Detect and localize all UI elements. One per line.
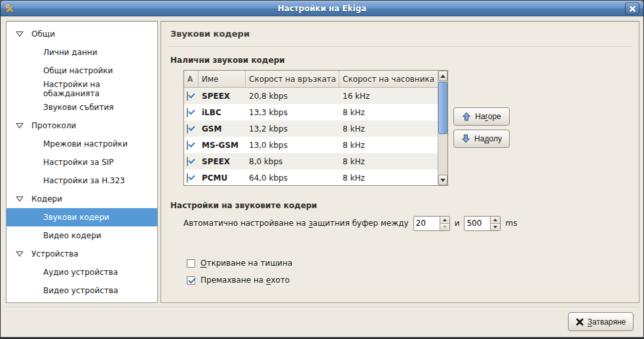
page-title: Звукови кодери	[170, 29, 250, 39]
move-down-label: Надолу	[474, 134, 502, 143]
sidebar-item-audio-devices[interactable]: Аудио устройства	[7, 263, 157, 281]
settings-section-title: Настройки на звуковите кодери	[170, 201, 317, 210]
echo-cancellation-label: Премахване на ехото	[200, 276, 290, 285]
codec-enabled-checkbox[interactable]	[187, 157, 188, 166]
spin-down-button[interactable]	[491, 223, 500, 230]
codec-clockrate: 8 kHz	[339, 157, 438, 166]
jitter-buffer-label: Автоматично настройване на защитния буфе…	[183, 219, 409, 228]
codec-enabled-checkbox[interactable]	[187, 173, 188, 183]
echo-cancellation-checkbox[interactable]	[187, 276, 195, 285]
jitter-buffer-row: Автоматично настройване на защитния буфе…	[183, 215, 517, 231]
buffer-min-spinbox	[413, 216, 450, 231]
sidebar-item-label: Видео устройства	[43, 286, 118, 295]
codec-name: MS-GSM	[199, 141, 246, 150]
sidebar-item-sip-settings[interactable]: Настройки за SIP	[7, 153, 157, 171]
sidebar-item-audio-codecs[interactable]: Звукови кодери	[7, 208, 157, 226]
spinner-buttons	[440, 217, 449, 230]
codecs-section-title: Налични звукови кодери	[170, 56, 285, 65]
audio-codecs-page: Звукови кодери Налични звукови кодери А …	[161, 21, 639, 303]
close-button-label: Затваряне	[588, 317, 626, 327]
codec-clockrate: 16 kHz	[339, 92, 438, 101]
spin-down-button[interactable]	[440, 223, 449, 230]
sidebar-item-label: Настройки на обажданията	[43, 80, 157, 98]
arrow-up-icon	[462, 112, 471, 121]
sidebar-item-label: Лични данни	[43, 48, 98, 57]
codec-enabled-checkbox[interactable]	[187, 124, 188, 134]
expander-icon[interactable]	[16, 251, 24, 257]
sidebar-item-label: Звукови кодери	[43, 213, 109, 222]
sidebar-item-codecs[interactable]: Кодери	[7, 190, 157, 208]
close-button[interactable]: Затваряне	[568, 312, 634, 331]
sidebar-item-label: Звукови събития	[43, 103, 113, 112]
buffer-min-input[interactable]	[414, 217, 440, 230]
codec-clockrate: 8 kHz	[339, 141, 438, 150]
echo-cancellation-option[interactable]: Премахване на ехото	[187, 276, 290, 285]
silence-detection-checkbox[interactable]	[187, 259, 195, 268]
scrollbar-up-button[interactable]	[438, 71, 447, 81]
sidebar-item-label: Кодери	[31, 194, 62, 204]
scrollbar-thumb[interactable]	[438, 82, 447, 134]
codec-bandwidth: 13,0 kbps	[246, 141, 339, 150]
move-down-button[interactable]: Надолу	[453, 130, 510, 148]
sidebar-item-personal-data[interactable]: Лични данни	[7, 43, 157, 62]
triangle-down-icon	[443, 226, 447, 228]
column-header-active[interactable]: А	[184, 71, 199, 87]
column-header-name[interactable]: Име	[199, 71, 246, 87]
preferences-tree: Общи Лични данни Общи настройки Настройк…	[6, 21, 158, 303]
codec-bandwidth: 13,3 kbps	[246, 108, 339, 117]
expander-icon[interactable]	[16, 122, 24, 129]
codec-clockrate: 8 kHz	[339, 124, 438, 134]
triangle-down-icon	[493, 226, 497, 228]
close-x-icon	[629, 5, 636, 12]
codec-name: GSM	[199, 124, 246, 134]
sidebar-item-devices[interactable]: Устройства	[7, 245, 157, 263]
table-row[interactable]: GSM 13,2 kbps 8 kHz	[184, 120, 438, 137]
sidebar-item-protocols[interactable]: Протоколи	[7, 116, 157, 135]
codec-bandwidth: 20,8 kbps	[246, 92, 339, 101]
codec-clockrate: 8 kHz	[339, 173, 438, 183]
expander-icon[interactable]	[16, 31, 24, 37]
window-title: Настройки на Ekiga	[1, 4, 643, 13]
table-row[interactable]: iLBC 13,3 kbps 8 kHz	[184, 104, 438, 120]
sidebar-item-call-options[interactable]: Настройки на обажданията	[7, 80, 157, 98]
table-row[interactable]: SPEEX 20,8 kbps 16 kHz	[184, 88, 438, 104]
codec-enabled-checkbox[interactable]	[187, 92, 188, 101]
codec-clockrate: 8 kHz	[339, 108, 438, 117]
buffer-conjunction: и	[455, 219, 460, 228]
triangle-up-icon	[493, 219, 497, 221]
codec-table: А Име Скорост на връзката Скорост на час…	[183, 70, 448, 186]
sidebar-item-label: Устройства	[31, 249, 79, 259]
sidebar-item-sound-events[interactable]: Звукови събития	[7, 98, 157, 116]
sidebar-item-h323-settings[interactable]: Настройки за H.323	[7, 171, 157, 190]
sidebar-item-label: Мрежови настройки	[43, 139, 128, 149]
scrollbar-down-button[interactable]	[438, 175, 447, 185]
sidebar-item-video-codecs[interactable]: Видео кодери	[7, 226, 157, 245]
move-up-button[interactable]: Нагоре	[453, 107, 510, 126]
expander-icon[interactable]	[16, 196, 24, 202]
spinner-buttons	[490, 217, 500, 230]
codec-name: iLBC	[199, 108, 246, 117]
sidebar-item-general[interactable]: Общи	[7, 25, 157, 43]
sidebar-item-video-devices[interactable]: Видео устройства	[7, 281, 157, 300]
codec-name: PCMU	[199, 173, 246, 183]
arrow-down-icon	[461, 134, 470, 143]
move-up-label: Нагоре	[475, 112, 501, 121]
table-row[interactable]: SPEEX 8,0 kbps 8 kHz	[184, 153, 438, 170]
silence-detection-option[interactable]: Откриване на тишина	[187, 259, 292, 268]
titlebar-close-button[interactable]	[625, 3, 639, 14]
column-header-bandwidth[interactable]: Скорост на връзката	[246, 71, 339, 87]
table-row[interactable]: PCMU 64,0 kbps 8 kHz	[184, 170, 438, 185]
spin-up-button[interactable]	[491, 217, 500, 223]
column-header-clockrate[interactable]: Скорост на часовника	[339, 71, 438, 87]
buffer-max-input[interactable]	[464, 217, 490, 230]
table-row[interactable]: MS-GSM 13,0 kbps 8 kHz	[184, 137, 438, 153]
vertical-scrollbar[interactable]	[438, 71, 447, 185]
sidebar-item-network-settings[interactable]: Мрежови настройки	[7, 135, 157, 153]
buffer-unit-label: ms	[505, 219, 517, 228]
silence-detection-label: Откриване на тишина	[200, 259, 292, 268]
codec-enabled-checkbox[interactable]	[187, 141, 188, 150]
sidebar-item-general-settings[interactable]: Общи настройки	[7, 62, 157, 80]
spin-up-button[interactable]	[440, 217, 449, 223]
titlebar[interactable]: Настройки на Ekiga	[1, 1, 643, 16]
codec-enabled-checkbox[interactable]	[187, 108, 188, 117]
